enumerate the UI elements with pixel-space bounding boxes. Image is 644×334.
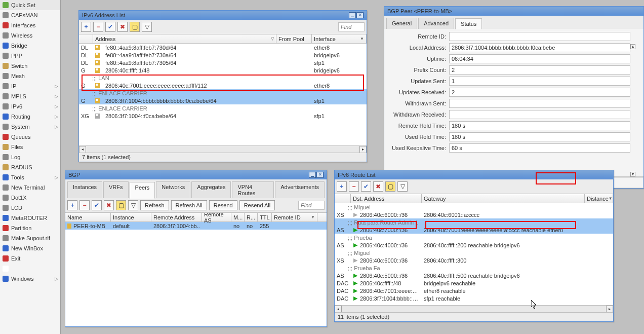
sidebar-item-log[interactable]: Log [0, 152, 60, 162]
table-row[interactable]: PEER-to-MB default 2806:3f7:1004:bb.. no… [65, 222, 327, 230]
table-row[interactable]: AS ▶ 2806:40c:4000::/36 2806:40c:ffff::2… [335, 241, 613, 249]
field-value[interactable] [449, 54, 630, 63]
filter-button[interactable]: ▽ [142, 22, 152, 32]
tab-networks[interactable]: Networks [156, 181, 190, 198]
table-row[interactable]: DL fe80::4aa9:8aff:feb7:730a/64 bridgeip… [79, 51, 367, 59]
enable-button[interactable]: ✔ [92, 200, 102, 210]
field-value[interactable] [449, 77, 630, 86]
scroll-down-icon[interactable]: ▾ [630, 172, 635, 177]
sidebar-item-lcd[interactable]: LCD [0, 203, 60, 213]
table-row[interactable]: ;;; Miguel [335, 203, 613, 211]
disable-button[interactable]: ✖ [117, 22, 128, 32]
disable-button[interactable]: ✖ [104, 200, 114, 210]
scroll-left-icon[interactable]: ◂ [79, 146, 86, 153]
tab-vrfs[interactable]: VRFs [103, 181, 129, 198]
field-value[interactable] [449, 143, 630, 153]
tab-advertisements[interactable]: Advertisements [275, 181, 325, 198]
table-row[interactable]: ;;; Ruta para Router Admin 1 [335, 218, 613, 226]
table-row[interactable]: DAC ▶ 2806:40c:7001:eeee:eee.. ether8 re… [335, 287, 613, 294]
field-value[interactable] [449, 121, 630, 130]
field-value[interactable] [449, 99, 630, 108]
sidebar-item-metarouter[interactable]: MetaROUTER [0, 213, 60, 223]
scroll-right-icon[interactable]: ▸ [606, 306, 613, 313]
table-row[interactable]: XS ▶ 2806:40c:6000::/36 2806:40c:6001::a… [335, 211, 613, 218]
col-distance[interactable]: Distance▼ [585, 194, 613, 203]
remove-button[interactable]: − [349, 181, 359, 192]
sidebar-item-make-supout.rif[interactable]: Make Supout.rif [0, 233, 60, 243]
table-row[interactable]: ;;; Miguel [335, 249, 613, 256]
col-remote-id[interactable]: Remote ID▼ [272, 213, 317, 221]
table-row[interactable]: ;;; Prueba [335, 234, 613, 241]
sidebar-item-wireless[interactable]: Wireless [0, 30, 60, 41]
table-row[interactable]: ;;; Prueba Fa [335, 264, 613, 272]
table-row[interactable]: XS ▶ 2806:40c:6000::/36 2806:40c:ffff::3… [335, 256, 613, 264]
col-dst[interactable]: Dst. Address [351, 194, 422, 203]
disable-button[interactable]: ✖ [373, 181, 383, 192]
sidebar-item-ipv6[interactable]: IPv6▷ [0, 101, 60, 112]
tab-peers[interactable]: Peers [130, 182, 155, 199]
sidebar-item-mpls[interactable]: MPLS▷ [0, 91, 60, 101]
refresh-all-button[interactable]: Refresh All [171, 200, 207, 210]
resend-all-button[interactable]: Resend All [239, 200, 275, 210]
field-value[interactable] [449, 110, 630, 119]
table-row[interactable]: DL fe80::4aa9:8aff:feb7:730d/64 ether8 [79, 44, 367, 51]
sidebar-item-bridge[interactable]: Bridge [0, 41, 60, 51]
table-row[interactable]: AS ▶ 2806:40c:7000::/36 2806:40c:7001:ee… [335, 226, 613, 234]
table-row[interactable]: DAC ▶ 2806:40c:ffff::/48 bridgeipv6 reac… [335, 279, 613, 287]
sidebar-item-quick-set[interactable]: Quick Set [0, 0, 60, 10]
sidebar-item-ip[interactable]: IP▷ [0, 81, 60, 91]
sidebar-item-system[interactable]: System▷ [0, 122, 60, 132]
field-value[interactable] [449, 43, 630, 52]
remove-button[interactable]: − [79, 200, 90, 210]
table-row[interactable]: G 2806:40c:7001:eeee:eeee:eeee:a:ffff/11… [79, 82, 367, 89]
scroll-left-icon[interactable]: ◂ [335, 306, 342, 313]
table-row[interactable]: AS ▶ 2806:40c:5000::/36 2806:40c:ffff::5… [335, 272, 613, 279]
col-interface[interactable]: Interface▼ [312, 34, 367, 43]
window-title-bar[interactable]: BGP Peer <PEER-to-MB> [384, 7, 643, 16]
sidebar-item-tools[interactable]: Tools▷ [0, 172, 60, 182]
col-remote-address[interactable]: Remote Address [151, 213, 202, 221]
col-name[interactable]: Name [65, 213, 111, 221]
find-input[interactable] [298, 201, 325, 210]
col-ttl[interactable]: TTL [258, 213, 272, 221]
sidebar-item-routing[interactable]: Routing▷ [0, 112, 60, 122]
filter-button[interactable]: ▽ [397, 181, 408, 192]
sidebar-item-radius[interactable]: RADIUS [0, 162, 60, 172]
window-title-bar[interactable]: IPv6 Address List ▁ ✕ [79, 11, 367, 20]
sidebar-item-switch[interactable]: Switch [0, 61, 60, 71]
table-row[interactable]: XG 2806:3f7:1004::f0ca:bebe/64 sfp1 [79, 112, 367, 120]
field-value[interactable] [449, 65, 630, 75]
sidebar-item-dot1x[interactable]: Dot1X [0, 193, 60, 203]
sidebar-item-queues[interactable]: Queues [0, 132, 60, 142]
table-row[interactable]: DAC ▶ 2806:3f7:1004:bbbb::/64 sfp1 reach… [335, 294, 613, 302]
add-button[interactable]: + [67, 200, 77, 210]
enable-button[interactable]: ✔ [361, 181, 371, 192]
col-address[interactable]: Address▽ [93, 34, 276, 43]
sidebar-item-new-terminal[interactable]: New Terminal [0, 182, 60, 193]
sidebar-item-mesh[interactable]: Mesh [0, 71, 60, 81]
table-row[interactable]: ;;; ENLACE CARRIER [79, 89, 367, 97]
scroll-right-icon[interactable]: ▸ [359, 146, 367, 153]
table-row[interactable]: ;;; LAN [79, 74, 367, 82]
close-icon[interactable]: ✕ [316, 172, 324, 178]
tab-vpn4-routes[interactable]: VPN4 Routes [232, 181, 274, 198]
find-input[interactable] [338, 22, 365, 31]
col-gw[interactable]: Gateway [422, 194, 585, 203]
refresh-button[interactable]: Refresh [140, 200, 169, 210]
sidebar-item-capsman[interactable]: CAPsMAN [0, 10, 60, 20]
window-title-bar[interactable]: BGP ▁ ✕ [65, 170, 327, 179]
field-value[interactable] [449, 132, 630, 141]
remove-button[interactable]: − [93, 22, 103, 32]
sidebar-item-new-winbox[interactable]: New WinBox [0, 243, 60, 253]
enable-button[interactable]: ✔ [105, 22, 115, 32]
col-instance[interactable]: Instance [111, 213, 151, 221]
minimize-icon[interactable]: ▁ [309, 172, 316, 178]
tab-advanced[interactable]: Advanced [418, 18, 454, 29]
sidebar-item-windows[interactable]: Windows▷ [0, 274, 60, 284]
table-row[interactable]: G 2806:3f7:1004:bbbb:bbbb:bbbb:f0ca:bebe… [79, 97, 367, 104]
window-title-bar[interactable]: IPv6 Route List [335, 170, 613, 179]
tab-instances[interactable]: Instances [67, 181, 102, 198]
comment-button[interactable]: ▢ [385, 181, 395, 192]
field-value[interactable] [449, 32, 630, 41]
sidebar-item-interfaces[interactable]: Interfaces [0, 20, 60, 30]
